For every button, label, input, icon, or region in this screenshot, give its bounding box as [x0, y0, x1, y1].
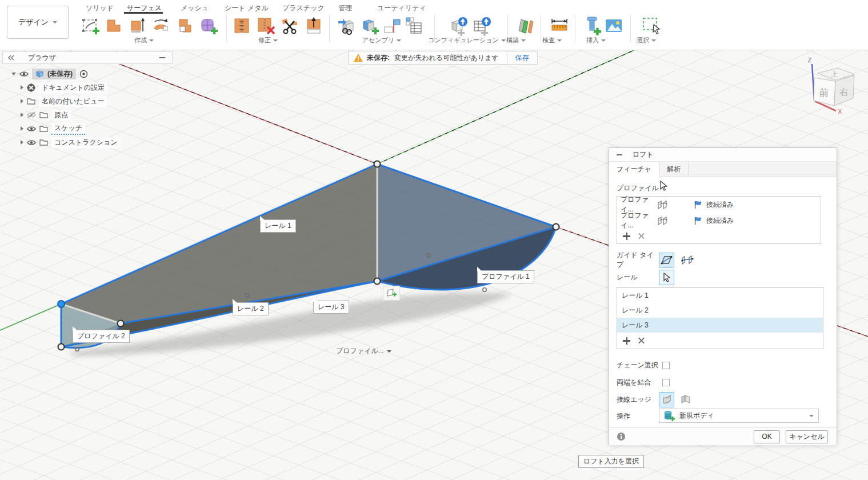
group-select[interactable]: 選択: [637, 36, 656, 45]
tangent-edges-label: 接線エッジ: [617, 395, 659, 405]
guide-type-centerline-button[interactable]: [679, 253, 695, 268]
extrude-button[interactable]: [127, 15, 148, 37]
browser-row-named-views[interactable]: 名前の付いたビュー: [21, 95, 107, 107]
group-create[interactable]: 作成: [134, 36, 154, 45]
sweep-button[interactable]: [175, 15, 195, 37]
browser-panel-header[interactable]: ブラウザ: [2, 51, 173, 64]
warning-label: 未保存:: [367, 53, 390, 63]
visibility-off-eye-icon[interactable]: [27, 111, 36, 118]
add-profile-button[interactable]: [623, 233, 630, 240]
patch-button[interactable]: [103, 15, 124, 37]
insert-fastener-button[interactable]: [583, 15, 603, 37]
group-modify[interactable]: 修正: [258, 36, 278, 45]
collapsed-caret-icon[interactable]: [21, 126, 23, 131]
visibility-eye-icon[interactable]: [27, 139, 36, 146]
browser-row-document[interactable]: (未保存): [11, 68, 88, 79]
collapsed-caret-icon[interactable]: [21, 85, 23, 90]
group-insert[interactable]: 挿入: [586, 36, 606, 45]
stitch-button[interactable]: [231, 15, 252, 37]
joint-button[interactable]: [382, 15, 402, 37]
rail3-label[interactable]: レール 3: [313, 301, 349, 314]
collapse-dialog-icon[interactable]: [617, 154, 622, 155]
group-select-label: 選択: [637, 36, 649, 45]
profile-row-1[interactable]: プロファイ... 接続済み: [617, 197, 821, 213]
profile-row-2[interactable]: プロファイ... 接続済み: [617, 213, 821, 229]
browser-row-doc-settings[interactable]: ドキュメントの設定: [21, 82, 107, 93]
minimize-panel-icon[interactable]: [159, 57, 165, 58]
bom-table-icon: [405, 16, 423, 35]
save-link[interactable]: 保存: [507, 51, 537, 64]
join-ends-checkbox[interactable]: [662, 379, 670, 386]
remove-rail-button[interactable]: [638, 338, 645, 344]
guide-type-rails-button[interactable]: [659, 253, 674, 268]
info-icon[interactable]: [617, 432, 626, 441]
bom-button[interactable]: [403, 15, 424, 37]
tab-utilities[interactable]: ユーティリティ: [377, 3, 426, 13]
browser-row-construction[interactable]: コンストラクション: [21, 137, 121, 148]
expand-caret-icon[interactable]: [11, 73, 16, 75]
add-rail-button[interactable]: [623, 337, 630, 345]
group-construct[interactable]: 構築: [506, 36, 526, 45]
guide-rails-icon: [661, 255, 673, 266]
rail-select-button[interactable]: [659, 270, 674, 285]
group-assemble[interactable]: アセンブリ: [362, 36, 401, 45]
visibility-eye-icon[interactable]: [27, 126, 36, 132]
construction-label: コンストラクション: [51, 137, 121, 148]
insert-derive-button[interactable]: [336, 15, 357, 37]
rail1-label[interactable]: レール 1: [260, 219, 296, 233]
tab-mesh[interactable]: メッシュ: [181, 3, 209, 13]
workspace-switcher[interactable]: デザイン: [7, 6, 69, 39]
profile1-label[interactable]: プロファイル 1: [477, 270, 534, 283]
chain-selection-checkbox[interactable]: [662, 362, 670, 369]
visibility-eye-icon[interactable]: [19, 71, 29, 77]
new-component-button[interactable]: [359, 15, 380, 37]
group-configure[interactable]: コンフィギュレーション: [428, 36, 506, 45]
profile2-label[interactable]: プロファイル 2: [73, 330, 130, 343]
tab-manage[interactable]: 管理: [338, 3, 352, 13]
loft-dialog-header[interactable]: ロフト: [609, 148, 837, 162]
collapsed-caret-icon[interactable]: [21, 113, 23, 117]
rail-list-item-3-selected[interactable]: レール 3: [617, 318, 823, 333]
insert-canvas-button[interactable]: [603, 15, 624, 37]
add-profile-canvas-button[interactable]: [383, 286, 400, 301]
trim-button[interactable]: [279, 15, 300, 37]
extend-button[interactable]: [303, 15, 324, 37]
collapsed-caret-icon[interactable]: [21, 140, 23, 145]
group-inspect[interactable]: 検査: [542, 36, 562, 45]
remove-profile-button[interactable]: [638, 233, 645, 239]
tab-feature[interactable]: フィーチャ: [609, 162, 659, 177]
browser-row-sketches[interactable]: スケッチ: [21, 123, 85, 134]
tangent-edge-smooth-button[interactable]: [659, 392, 674, 407]
tab-plastic[interactable]: プラスチック: [282, 3, 325, 13]
dialog-footer: OK キャンセル: [609, 427, 837, 445]
chevron-down-icon: [501, 39, 506, 42]
rail-label: レール: [617, 273, 659, 282]
select-button[interactable]: [641, 15, 662, 37]
tab-sheetmetal[interactable]: シート メタル: [225, 3, 269, 13]
create-sketch-button[interactable]: [80, 15, 101, 37]
browser-row-origin[interactable]: 原点: [21, 109, 71, 121]
collapse-panel-icon[interactable]: [7, 55, 15, 61]
rail-list-item-2[interactable]: レール 2: [617, 303, 823, 318]
document-node-selected[interactable]: (未保存): [32, 69, 76, 79]
rail2-label[interactable]: レール 2: [233, 302, 269, 315]
tab-analysis[interactable]: 解析: [659, 162, 689, 177]
tab-solid[interactable]: ソリッド: [86, 3, 114, 13]
ok-button[interactable]: OK: [754, 430, 780, 443]
measure-button[interactable]: [549, 15, 570, 37]
sketch-plus-icon: [386, 288, 397, 298]
configure-button[interactable]: [449, 15, 470, 37]
revolve-button[interactable]: [151, 15, 171, 37]
cancel-button[interactable]: キャンセル: [786, 430, 828, 443]
construct-plane-button[interactable]: [515, 15, 535, 37]
create-form-button[interactable]: [199, 15, 219, 37]
collapsed-caret-icon[interactable]: [21, 99, 23, 103]
activate-radio-icon[interactable]: [79, 70, 88, 78]
configuration-table-button[interactable]: [472, 15, 493, 37]
profiles-dropdown[interactable]: プロファイル...: [336, 346, 391, 356]
rail-list-item-1[interactable]: レール 1: [617, 288, 823, 303]
group-insert-label: 挿入: [586, 36, 599, 45]
tangent-edge-sharp-button[interactable]: [678, 392, 694, 407]
operation-dropdown[interactable]: 新規ボディ: [659, 409, 819, 423]
unstitch-button[interactable]: [256, 15, 277, 37]
